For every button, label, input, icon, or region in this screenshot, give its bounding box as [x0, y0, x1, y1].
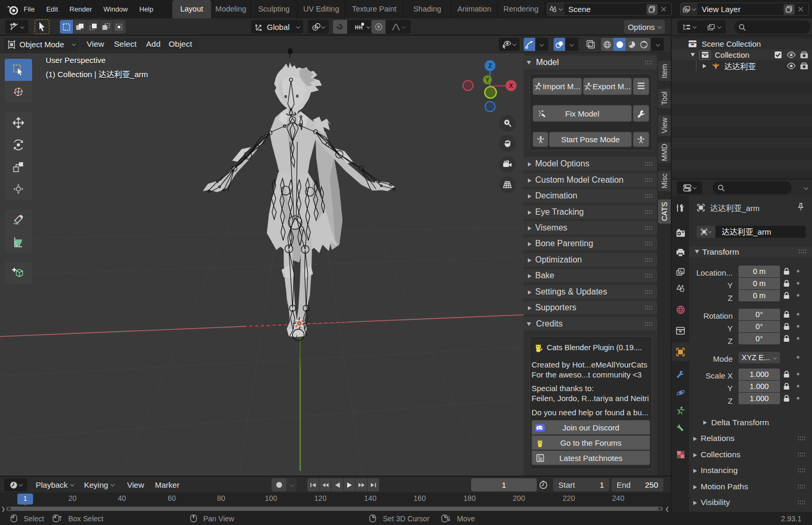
svg-text:Z: Z [488, 62, 492, 69]
svg-text:Y: Y [485, 77, 489, 83]
svg-text:X: X [509, 82, 513, 89]
